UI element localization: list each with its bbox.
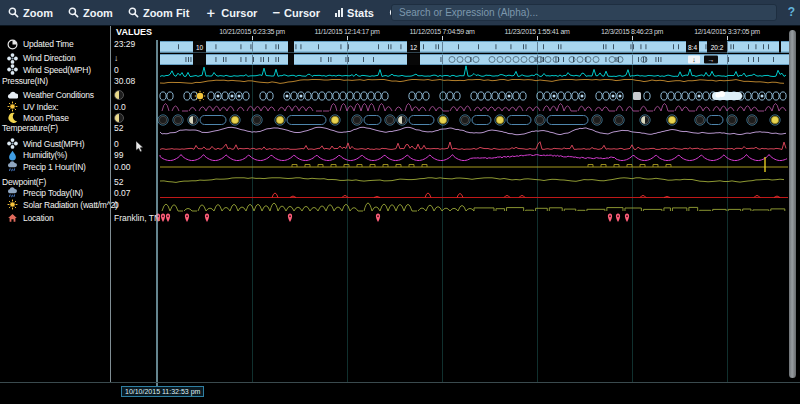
series-value: 0	[114, 138, 119, 150]
svg-text:12: 12	[410, 44, 418, 51]
timeline-label: 10/21/2015 6:23:35 pm	[219, 28, 285, 35]
home-icon	[6, 212, 19, 223]
timeline-tick	[442, 36, 443, 40]
toolbar-button-label: Cursor	[221, 7, 257, 19]
stats-button[interactable]: Stats	[335, 7, 374, 19]
bar-chart-icon	[335, 8, 343, 17]
chart-canvas[interactable]: 10128:420:2↓→	[0, 0, 800, 404]
magnifier-icon	[68, 7, 79, 18]
search-input[interactable]	[391, 4, 777, 21]
series-row-wind-speed-mph[interactable]: Wind Speed(MPH)	[0, 64, 110, 76]
series-value: 99	[114, 149, 123, 161]
series-value: 23:29	[114, 38, 135, 50]
zoom-in-button[interactable]: Zoom	[8, 7, 53, 19]
cloud-icon	[6, 90, 19, 101]
series-label: Precip 1 Hour(IN)	[23, 162, 86, 172]
series-label: Pressure(IN)	[2, 76, 48, 86]
timeline-label: 12/14/2015 3:37:05 pm	[694, 28, 760, 35]
svg-text:↓: ↓	[692, 56, 696, 63]
series-label: UV Index:	[23, 102, 59, 112]
toolbar-button-label: Zoom	[83, 7, 113, 19]
svg-text:20:2: 20:2	[711, 44, 724, 51]
series-label: Temperature(F)	[2, 123, 58, 133]
sun-icon	[6, 101, 19, 112]
series-label: Updated Time	[23, 39, 74, 49]
sun-icon	[6, 199, 19, 210]
series-value: 0	[114, 64, 119, 76]
series-label: Moon Phase	[23, 113, 69, 123]
svg-text:→: →	[708, 56, 715, 63]
series-label: Wind Gust(MPH)	[23, 139, 84, 149]
magnifier-icon	[8, 7, 19, 18]
series-label: Wind Direction	[23, 53, 75, 63]
series-row-pressure-in[interactable]: Pressure(IN)	[0, 75, 112, 87]
series-row-wind-direction[interactable]: Wind Direction	[0, 52, 110, 64]
series-label: Wind Speed(MPH)	[23, 65, 91, 75]
series-row-precip-today-in[interactable]: Precip Today(IN)	[0, 187, 110, 199]
plus-icon: ＋	[204, 8, 217, 17]
series-row-weather-conditions[interactable]: Weather Conditions	[0, 89, 110, 101]
add-cursor-button[interactable]: ＋Cursor	[204, 7, 257, 19]
droplet-icon	[6, 150, 19, 161]
rain-icon	[6, 161, 19, 172]
series-label: Location	[23, 213, 54, 223]
toolbar-button-label: Zoom Fit	[143, 7, 189, 19]
svg-text:10: 10	[196, 44, 204, 51]
weather-timeseries-app: ZoomZoomZoom Fit＋Cursor−CursorStatsUnits…	[0, 0, 800, 404]
moon-half-icon	[114, 113, 124, 123]
zoom-fit-button[interactable]: Zoom Fit	[128, 7, 189, 19]
toolbar-button-label: Cursor	[284, 7, 320, 19]
rain-icon	[6, 187, 19, 198]
series-label: Humidity(%)	[23, 150, 67, 160]
series-value: Franklin, TN	[114, 212, 160, 224]
timeline-label: 11/12/2015 7:04:59 am	[409, 28, 474, 35]
help-button[interactable]: ?	[788, 5, 795, 19]
remove-cursor-button[interactable]: −Cursor	[272, 7, 320, 19]
cursor-timestamp-label: 10/10/2015 11:32:53 pm	[121, 386, 204, 397]
series-row-precip-1-hour-in[interactable]: Precip 1 Hour(IN)	[0, 161, 110, 173]
series-label: Precip Today(IN)	[23, 188, 83, 198]
zoom-out-button[interactable]: Zoom	[68, 7, 113, 19]
values-column-border	[110, 26, 111, 382]
timeline-tick	[347, 36, 348, 40]
toolbar-button-label: Stats	[347, 7, 374, 19]
series-row-location[interactable]: Location	[0, 212, 110, 224]
series-label: Solar Radiation (watt/m^2)	[23, 200, 118, 210]
timeline-tick	[632, 36, 633, 40]
series-label: Dewpoint(F)	[2, 177, 46, 187]
bottom-divider	[0, 382, 800, 383]
timeline-label: 12/3/2015 8:46:23 pm	[601, 28, 663, 35]
series-row-updated-time[interactable]: Updated Time	[0, 38, 110, 50]
series-row-humidity[interactable]: Humidity(%)	[0, 149, 110, 161]
mouse-pointer	[136, 139, 145, 157]
series-value	[114, 89, 124, 101]
svg-text:8:4: 8:4	[688, 44, 697, 51]
timeline-tick	[727, 36, 728, 40]
series-label-panel: Updated TimeWind DirectionWind Speed(MPH…	[0, 27, 110, 382]
series-value: 0	[114, 199, 119, 211]
toolbar-button-label: Zoom	[23, 7, 53, 19]
timeline-tick	[252, 36, 253, 40]
vertical-scrollbar[interactable]	[789, 30, 796, 378]
series-value: 0.07	[114, 187, 131, 199]
magnifier-icon	[128, 7, 139, 18]
series-value: 52	[114, 122, 123, 134]
timeline-label: 11/1/2015 12:14:17 pm	[314, 28, 379, 35]
series-value: 30.08	[114, 75, 135, 87]
minus-icon: −	[272, 8, 280, 17]
wind-icon	[6, 138, 19, 149]
moon-half-icon	[114, 90, 124, 100]
clock-icon	[6, 39, 19, 50]
wind-icon	[6, 64, 19, 75]
series-value: ↓	[114, 52, 118, 64]
timeline-tick	[537, 36, 538, 40]
series-row-wind-gust-mph[interactable]: Wind Gust(MPH)	[0, 138, 110, 150]
series-row-solar-radiation-watt-m-2[interactable]: Solar Radiation (watt/m^2)	[0, 199, 110, 211]
series-label: Weather Conditions	[23, 90, 94, 100]
wind-icon	[6, 53, 19, 64]
timeline-label: 11/23/2015 1:55:41 am	[504, 28, 569, 35]
series-row-temperature-f[interactable]: Temperature(F)	[0, 122, 112, 134]
series-value: 0.00	[114, 161, 131, 173]
